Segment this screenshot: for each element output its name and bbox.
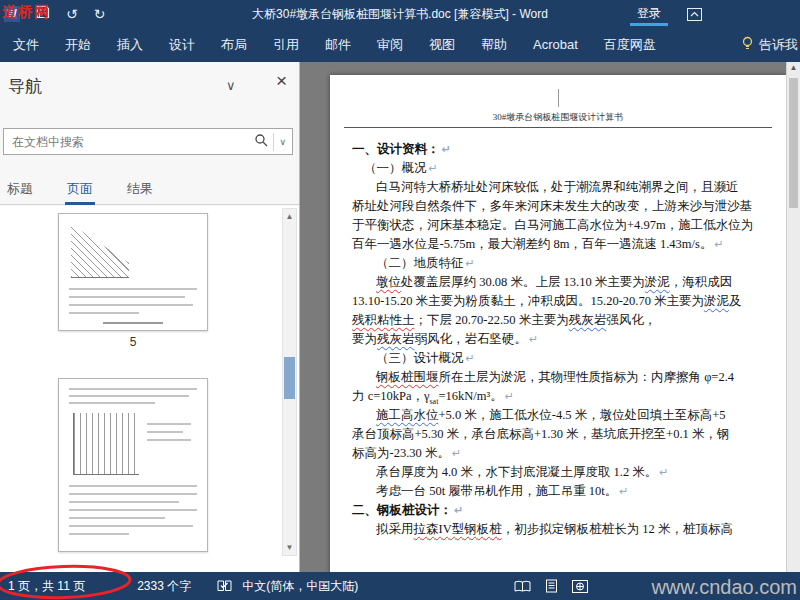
navigation-pane: 导航 ∨ × ∨ 标题页面结果 5 [0, 62, 300, 572]
page-indicator[interactable]: 1 页，共 11 页 [8, 578, 85, 595]
language-indicator[interactable]: 中文(简体，中国大陆) [242, 578, 358, 595]
read-mode-icon[interactable] [514, 580, 531, 593]
proofing-icon[interactable] [217, 579, 232, 593]
paragraph-mark-icon: ↵ [505, 390, 514, 403]
thumbnail-sketch-line [69, 493, 197, 495]
ribbon-tab-7[interactable]: 审阅 [364, 28, 416, 62]
ribbon-tab-4[interactable]: 布局 [208, 28, 260, 62]
window-title: 大桥30#墩承台钢板桩围堰计算书.doc [兼容模式] - Word [0, 0, 800, 28]
thumbnail-sketch-figure [73, 413, 139, 475]
word-count[interactable]: 2333 个字 [137, 578, 191, 595]
search-icon[interactable] [254, 133, 268, 151]
nav-scrollbar[interactable]: ▲ ▼ [282, 208, 297, 556]
thumbnail-sketch-line [69, 288, 197, 290]
tell-me-box[interactable]: 告诉我 [741, 36, 800, 54]
thumbnail-sketch-line [69, 509, 197, 511]
doc-line-4: 于平衡状态，河床基本稳定。白马河施工高水位为+4.97m，施工低水位为 [352, 216, 786, 235]
ribbon-tab-9[interactable]: 帮助 [468, 28, 520, 62]
doc-line-3: 桥址处河段自然条件下，多年来河床未发生大的改变，上游来沙与泄沙基 [352, 197, 786, 216]
navigation-pane-title: 导航 [8, 75, 42, 98]
paragraph-mark-icon: ↵ [659, 466, 668, 479]
ribbon-tab-row: 文件开始插入设计布局引用邮件审阅视图帮助Acrobat百度网盘 告诉我 [0, 28, 800, 62]
paragraph-mark-icon: ↵ [466, 257, 475, 270]
document-body: 一、设计资料：↵（一）概况↵白马河特大桥桥址处河床较低，处于潮流界和纯潮界之间，… [352, 140, 786, 539]
doc-line-18: 考虑一台 50t 履带吊机作用，施工吊重 10t。↵ [352, 482, 786, 501]
doc-line-15: 承台顶标高+5.30 米，承台底标高+1.30 米，基坑底开挖至+0.1 米，钢 [352, 425, 786, 444]
thumbnail-sketch-line [147, 423, 191, 425]
paragraph-mark-icon: ↵ [619, 485, 628, 498]
ribbon-tab-8[interactable]: 视图 [416, 28, 468, 62]
watermark-top-left: 道桥网 [2, 3, 50, 22]
thumbnail-sketch-line [69, 395, 189, 397]
document-scrollbar[interactable]: ▲ [786, 62, 800, 572]
text-cursor [558, 89, 559, 107]
scroll-down-icon[interactable]: ▼ [283, 540, 296, 555]
tell-me-label: 告诉我 [759, 36, 798, 54]
doc-line-12: 钢板桩围堰所在土层为淤泥，其物理性质指标为：内摩擦角 φ=2.4 [352, 368, 786, 387]
nav-tab-1[interactable]: 页面 [65, 174, 95, 205]
search-dropdown-chevron-icon[interactable]: ∨ [279, 137, 292, 147]
scroll-up-icon[interactable]: ▲ [787, 63, 800, 72]
doc-line-6: （二）地质特征↵ [352, 254, 786, 273]
lightbulb-icon [741, 36, 754, 54]
doc-line-17: 承台厚度为 4.0 米，水下封底混凝土厚度取 1.2 米。↵ [352, 463, 786, 482]
page-header: 30#墩承台钢板桩围堰设计计算书 [344, 111, 772, 128]
view-shortcuts [514, 579, 588, 593]
ribbon-tab-11[interactable]: 百度网盘 [591, 28, 669, 62]
print-layout-icon[interactable] [545, 579, 558, 593]
chevron-down-icon[interactable]: ∨ [226, 78, 236, 93]
nav-tab-0[interactable]: 标题 [5, 174, 35, 205]
ribbon-tab-2[interactable]: 插入 [104, 28, 156, 62]
thumbnail-sketch-line [69, 296, 185, 298]
ribbon-tab-10[interactable]: Acrobat [520, 28, 591, 62]
document-page[interactable]: 30#墩承台钢板桩围堰设计计算书 一、设计资料：↵（一）概况↵白马河特大桥桥址处… [330, 75, 786, 596]
paragraph-mark-icon: ↵ [452, 447, 461, 460]
divider [273, 133, 274, 151]
doc-line-16: 标高为-23.30 米。↵ [352, 444, 786, 463]
doc-line-2: 白马河特大桥桥址处河床较低，处于潮流界和纯潮界之间，且濒近 [352, 178, 786, 197]
sign-in-button[interactable]: 登录 [630, 3, 668, 26]
thumbnail-sketch-line [69, 517, 165, 519]
doc-line-10: 要为残灰岩弱风化，岩石坚硬。↵ [352, 330, 786, 349]
nav-scrollbar-thumb[interactable] [284, 357, 295, 399]
document-area: 30#墩承台钢板桩围堰设计计算书 一、设计资料：↵（一）概况↵白马河特大桥桥址处… [301, 62, 800, 572]
ribbon-tab-3[interactable]: 设计 [156, 28, 208, 62]
web-layout-icon[interactable] [572, 580, 588, 593]
thumbnail-sketch-line [69, 304, 193, 306]
doc-line-11: （三）设计概况↵ [352, 349, 786, 368]
doc-line-7: 墩位处覆盖层厚约 30.08 米。上层 13.10 米主要为淤泥，海积成因 [352, 273, 786, 292]
ribbon-display-options-icon[interactable] [687, 7, 702, 25]
ribbon-tab-5[interactable]: 引用 [260, 28, 312, 62]
ribbon-tabs: 文件开始插入设计布局引用邮件审阅视图帮助Acrobat百度网盘 [0, 28, 669, 62]
doc-line-14: 施工高水位+5.0 米，施工低水位-4.5 米，墩位处回填土至标高+5 [352, 406, 786, 425]
ribbon-tab-6[interactable]: 邮件 [312, 28, 364, 62]
thumbnail-sketch-line [69, 388, 197, 390]
nav-tab-2[interactable]: 结果 [125, 174, 155, 205]
page-thumbnails-panel: 5 ▲ ▼ [0, 206, 299, 572]
page-thumbnail-5[interactable] [58, 213, 208, 331]
ribbon-tab-0[interactable]: 文件 [0, 28, 52, 62]
paragraph-mark-icon: ↵ [529, 333, 538, 346]
doc-line-20: 拟采用拉森IV型钢板桩，初步拟定钢板桩桩长为 12 米，桩顶标高 [352, 520, 786, 539]
nav-tabs: 标题页面结果 [0, 174, 299, 205]
paragraph-mark-icon: ↵ [442, 143, 451, 156]
close-icon[interactable]: × [276, 70, 287, 92]
thumbnail-sketch-line [69, 312, 139, 314]
doc-line-8: 13.10-15.20 米主要为粉质黏土，冲积成因。15.20-20.70 米主… [352, 292, 786, 311]
thumbnail-sketch-figure [71, 224, 129, 278]
watermark-bottom-right: www.cndao.com [651, 576, 797, 599]
doc-line-1: （一）概况↵ [352, 159, 786, 178]
thumbnail-sketch-line [103, 322, 163, 324]
doc-line-13: 力 c=10kPa，γsat=16kN/m³。↵ [352, 387, 786, 406]
ribbon-tab-1[interactable]: 开始 [52, 28, 104, 62]
document-scrollbar-thumb[interactable] [789, 78, 798, 208]
scroll-up-icon[interactable]: ▲ [283, 209, 296, 224]
thumbnail-sketch-line [147, 431, 183, 433]
page-thumbnail-6[interactable] [58, 378, 208, 552]
title-bar: W ↺ ↻ 大桥30#墩承台钢板桩围堰计算书.doc [兼容模式] - Word… [0, 0, 800, 28]
paragraph-mark-icon: ↵ [454, 504, 463, 517]
nav-search-input[interactable] [4, 135, 254, 149]
thumbnail-sketch-line [69, 402, 155, 404]
doc-line-19: 二、钢板桩设计：↵ [352, 501, 786, 520]
doc-line-9: 残积粘性土；下层 20.70-22.50 米主要为残灰岩强风化， [352, 311, 786, 330]
